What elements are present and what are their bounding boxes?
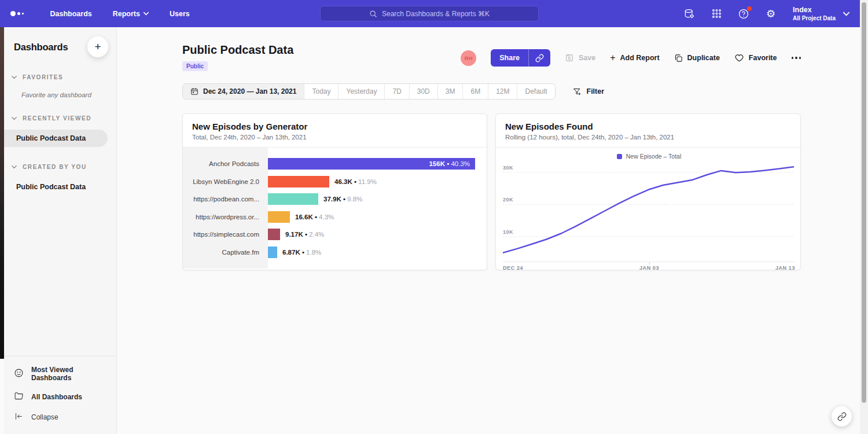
- workspace-subtitle: All Project Data: [793, 15, 836, 21]
- more-options-button[interactable]: [792, 54, 801, 61]
- bar-row: https://wordpress.or...16.6K • 4.3%: [183, 208, 487, 226]
- chevron-down-icon: [843, 12, 849, 16]
- bar-value-label: 156K • 40.3%: [429, 158, 470, 170]
- save-icon: [565, 53, 574, 62]
- share-link-fab[interactable]: [832, 406, 852, 426]
- smiley-icon: [14, 368, 24, 380]
- logo-dot: [10, 11, 16, 16]
- sidebar-section-header[interactable]: RECENTLY VIEWED: [4, 115, 116, 122]
- sidebar-footer-label: All Dashboards: [31, 393, 82, 401]
- sidebar-title: Dashboards: [14, 42, 68, 53]
- data-line[interactable]: [503, 167, 794, 253]
- nav-item-label: Users: [170, 10, 190, 18]
- logo-dot: [17, 12, 20, 15]
- sidebar-section-header[interactable]: FAVORITES: [4, 74, 116, 80]
- bar-category-label: Libsyn WebEngine 2.0: [183, 178, 268, 185]
- x-axis-label: DEC 24: [503, 265, 523, 270]
- nav-item-label: Reports: [113, 10, 140, 18]
- share-button[interactable]: Share: [491, 49, 528, 67]
- bar-anchor-podcasts[interactable]: 156K • 40.3%: [268, 158, 475, 170]
- sidebar-section-header[interactable]: CREATED BY YOU: [4, 164, 116, 170]
- bar-row: Captivate.fm6.87K • 1.8%: [183, 244, 487, 262]
- bar-https-simplecast-com[interactable]: [268, 229, 280, 240]
- notification-badge: [747, 6, 752, 11]
- help-icon[interactable]: [737, 8, 750, 20]
- legend-swatch: [617, 154, 622, 159]
- nav-item-dashboards[interactable]: Dashboards: [50, 10, 92, 18]
- sidebar-empty-hint: Favorite any dashboard: [4, 91, 116, 98]
- sidebar-section-recently-viewed: RECENTLY VIEWEDPublic Podcast Data: [4, 115, 116, 147]
- settings-icon[interactable]: ⚙: [764, 8, 777, 20]
- save-button[interactable]: Save: [565, 53, 595, 62]
- sidebar-section-label: RECENTLY VIEWED: [23, 115, 91, 122]
- nav-item-label: Dashboards: [50, 10, 92, 18]
- bar-track: 156K • 40.3%: [268, 158, 487, 170]
- preset-3m[interactable]: 3M: [437, 84, 463, 99]
- line-chart-title: New Episodes Found: [505, 122, 791, 131]
- app-logo[interactable]: [10, 11, 24, 16]
- workspace-switcher[interactable]: Index All Project Data: [793, 6, 849, 21]
- link-icon: [535, 54, 544, 62]
- data-source-icon[interactable]: [683, 8, 696, 20]
- dashboards-sidebar: Dashboards + FAVORITESFavorite any dashb…: [4, 27, 117, 434]
- bar-category-label: https://simplecast.com: [183, 231, 268, 238]
- search-input[interactable]: Search Dashboards & Reports ⌘K: [320, 6, 539, 21]
- x-axis-tick: [649, 262, 650, 264]
- sidebar-footer-collapse[interactable]: Collapse: [4, 407, 116, 427]
- bar-category-label: Anchor Podcasts: [183, 160, 268, 167]
- line-chart: New Episode – Total 10K20K30K DEC 24JAN …: [496, 148, 800, 270]
- line-chart-svg: 10K20K30K: [503, 163, 794, 259]
- copy-link-button[interactable]: [529, 49, 550, 67]
- duplicate-icon: [674, 54, 683, 62]
- bar-libsyn-webengine-2-0[interactable]: [268, 176, 329, 187]
- preset-12m[interactable]: 12M: [488, 84, 517, 99]
- window-scrollbar-thumb[interactable]: [862, 2, 866, 403]
- bar-category-label: https://podbean.com...: [183, 196, 268, 203]
- favorite-button[interactable]: Favorite: [734, 53, 777, 62]
- date-range-button[interactable]: Dec 24, 2020 — Jan 13, 2021: [183, 84, 304, 99]
- bar-chart-title: New Episodes by Generator: [192, 122, 477, 131]
- bar-https-wordpress-or[interactable]: [268, 211, 290, 223]
- preset-default[interactable]: Default: [517, 84, 554, 99]
- logo-dot: [22, 13, 24, 14]
- bar-https-podbean-com[interactable]: [268, 193, 318, 205]
- primary-nav: DashboardsReportsUsers: [50, 10, 211, 18]
- background-window-edge: [0, 27, 4, 359]
- sidebar-item-public-podcast-data[interactable]: Public Podcast Data: [4, 130, 108, 147]
- avatar[interactable]: RH: [461, 50, 476, 66]
- workspace-name: Index: [793, 6, 836, 14]
- duplicate-button[interactable]: Duplicate: [674, 54, 720, 62]
- collapse-icon: [14, 412, 24, 422]
- nav-item-users[interactable]: Users: [170, 10, 190, 18]
- bar-chart-card: New Episodes by Generator Total, Dec 24t…: [182, 113, 487, 270]
- bar-value-label: 6.87K • 1.8%: [282, 249, 321, 256]
- preset-6m[interactable]: 6M: [462, 84, 488, 99]
- line-chart-card: New Episodes Found Rolling (12 hours), t…: [495, 113, 801, 270]
- nav-item-reports[interactable]: Reports: [113, 10, 149, 18]
- filter-button[interactable]: Filter: [573, 87, 605, 96]
- sidebar-footer: Most Viewed DashboardsAll DashboardsColl…: [4, 356, 116, 431]
- bar-track: 16.6K • 4.3%: [268, 211, 487, 223]
- sidebar-item-public-podcast-data[interactable]: Public Podcast Data: [4, 178, 116, 196]
- sidebar-footer-most-viewed-dashboards[interactable]: Most Viewed Dashboards: [4, 361, 116, 387]
- window-scrollbar-track[interactable]: [860, 0, 868, 434]
- add-report-button[interactable]: + Add Report: [610, 53, 659, 63]
- bar-captivate-fm[interactable]: [268, 247, 277, 258]
- bar-row: Anchor Podcasts156K • 40.3%: [183, 155, 487, 173]
- preset-30d[interactable]: 30D: [409, 84, 437, 99]
- apps-grid-icon[interactable]: [710, 8, 723, 20]
- y-axis-label: 30K: [503, 165, 513, 171]
- date-range-group: Dec 24, 2020 — Jan 13, 2021 TodayYesterd…: [182, 83, 556, 100]
- x-axis-label: JAN 03: [639, 265, 659, 270]
- add-dashboard-button[interactable]: +: [87, 36, 108, 57]
- chevron-down-icon: [12, 75, 17, 79]
- x-axis-label: JAN 13: [775, 265, 795, 270]
- sidebar-footer-all-dashboards[interactable]: All Dashboards: [4, 387, 116, 407]
- sidebar-footer-label: Most Viewed Dashboards: [31, 366, 106, 382]
- preset-today[interactable]: Today: [304, 84, 338, 99]
- preset-yesterday[interactable]: Yesterday: [338, 84, 384, 99]
- search-icon: [369, 10, 377, 18]
- sidebar-footer-label: Collapse: [31, 413, 58, 421]
- preset-7d[interactable]: 7D: [384, 84, 409, 99]
- heart-icon: [734, 53, 744, 62]
